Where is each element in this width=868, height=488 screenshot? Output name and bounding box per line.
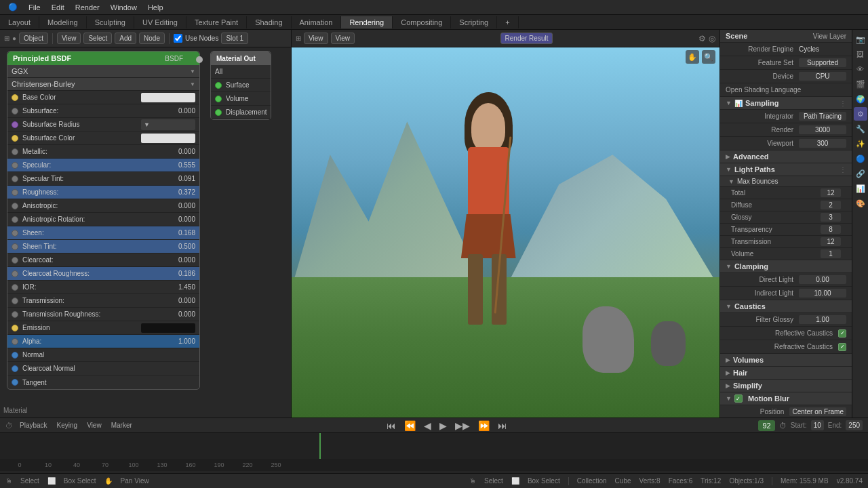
- tab-sculpting[interactable]: Sculpting: [87, 16, 134, 28]
- matout-header[interactable]: Material Out: [211, 52, 271, 65]
- position-value[interactable]: Center on Frame: [789, 407, 846, 416]
- physics-icon-btn[interactable]: 🔵: [854, 152, 867, 165]
- specular-tint-socket[interactable]: [12, 176, 18, 182]
- bounce-total-value[interactable]: 12: [821, 188, 841, 197]
- integrator-value[interactable]: Path Tracing: [799, 112, 846, 121]
- tangent-row[interactable]: Tangent: [7, 375, 199, 389]
- metallic-socket[interactable]: [12, 148, 18, 155]
- end-frame[interactable]: 250: [846, 420, 863, 430]
- specular-tint-row[interactable]: Specular Tint: 0.091: [7, 172, 199, 186]
- material-icon-btn[interactable]: 🎨: [854, 197, 867, 210]
- simplify-section[interactable]: ▶ Simplify: [720, 380, 852, 392]
- device-value[interactable]: CPU: [799, 72, 846, 81]
- subsurface-radius-row[interactable]: Subsurface Radius ▼: [7, 118, 199, 131]
- matout-all-row[interactable]: All: [211, 65, 271, 79]
- camera-icon-btn[interactable]: 📷: [854, 33, 867, 46]
- roughness-row[interactable]: Roughness: 0.372: [7, 186, 199, 199]
- ior-row[interactable]: IOR: 1.450: [7, 281, 199, 294]
- metallic-row[interactable]: Metallic: 0.000: [7, 145, 199, 159]
- zoom-tool-btn[interactable]: 🔍: [702, 50, 715, 64]
- alpha-socket[interactable]: [12, 338, 18, 345]
- render-icon-btn[interactable]: 🖼: [854, 47, 867, 61]
- render-menu[interactable]: Render: [70, 2, 105, 13]
- caustics-section[interactable]: ▼ Caustics: [720, 300, 852, 313]
- clearcoat-socket[interactable]: [12, 257, 18, 264]
- tab-layout[interactable]: Layout: [0, 16, 39, 28]
- bounce-transmission-value[interactable]: 12: [821, 237, 841, 246]
- modifier-icon-btn[interactable]: 🔧: [854, 122, 867, 136]
- render-result-tab[interactable]: Render Result: [500, 33, 553, 44]
- tab-compositing[interactable]: Compositing: [393, 16, 451, 28]
- hand-tool-btn[interactable]: ✋: [686, 50, 699, 64]
- bounce-diffuse-value[interactable]: 2: [821, 201, 841, 209]
- tab-rendering[interactable]: Rendering: [341, 16, 393, 28]
- refractive-caustics-row[interactable]: Refractive Caustics ✓: [720, 340, 852, 354]
- transmission-roughness-socket[interactable]: [12, 311, 18, 318]
- slot-selector[interactable]: Slot 1: [221, 33, 248, 44]
- tab-uv-editing[interactable]: UV Editing: [134, 16, 186, 28]
- tangent-socket[interactable]: [12, 379, 18, 386]
- anisotropic-rotation-row[interactable]: Anisotropic Rotation: 0.000: [7, 213, 199, 226]
- roughness-socket[interactable]: [12, 189, 18, 196]
- render-view2-btn[interactable]: View: [331, 33, 355, 44]
- view-timeline-btn[interactable]: View: [84, 422, 104, 429]
- specular-socket[interactable]: [12, 162, 18, 169]
- subsurface-socket[interactable]: [12, 108, 18, 115]
- particles-icon-btn[interactable]: ✨: [854, 137, 867, 150]
- next-frame-btn[interactable]: ⏩: [476, 420, 492, 431]
- constraints-icon-btn[interactable]: 🔗: [854, 167, 867, 180]
- specular-row[interactable]: Specular: 0.555: [7, 159, 199, 172]
- node-btn[interactable]: Node: [139, 33, 165, 44]
- render-samples-value[interactable]: 3000: [799, 125, 846, 134]
- sheen-row[interactable]: Sheen: 0.168: [7, 226, 199, 240]
- clearcoat-normal-row[interactable]: Clearcoat Normal: [7, 362, 199, 375]
- normal-row[interactable]: Normal: [7, 348, 199, 362]
- prev-keyframe-btn[interactable]: ◀: [422, 420, 433, 431]
- view-btn[interactable]: View: [57, 33, 81, 44]
- keying-btn[interactable]: Keying: [54, 422, 81, 429]
- base-color-socket[interactable]: [12, 94, 18, 101]
- reflective-caustics-checkbox[interactable]: ✓: [838, 329, 846, 338]
- edit-menu[interactable]: Edit: [46, 2, 70, 13]
- anisotropic-rotation-socket[interactable]: [12, 216, 18, 223]
- file-menu[interactable]: File: [23, 2, 46, 13]
- advanced-section[interactable]: ▶ Advanced: [720, 150, 852, 163]
- subsurface-row[interactable]: Subsurface: 0.000: [7, 104, 199, 118]
- clearcoat-roughness-row[interactable]: Clearcoat Roughness: 0.186: [7, 267, 199, 281]
- motion-blur-checkbox[interactable]: ✓: [734, 394, 743, 403]
- view-icon-btn[interactable]: 👁: [854, 62, 867, 76]
- alpha-row[interactable]: Alpha: 1.000: [7, 335, 199, 348]
- displacement-input-socket[interactable]: [215, 109, 222, 116]
- matout-volume-row[interactable]: Volume: [211, 92, 271, 106]
- anisotropic-socket[interactable]: [12, 203, 18, 209]
- bounce-volume-value[interactable]: 1: [821, 249, 841, 258]
- base-color-row[interactable]: Base Color: [7, 91, 199, 104]
- base-color-value[interactable]: [141, 93, 195, 102]
- open-shading-row[interactable]: Open Shading Language: [720, 83, 852, 97]
- marker-btn[interactable]: Marker: [108, 422, 135, 429]
- render-engine-value[interactable]: Cycles: [799, 45, 846, 53]
- volume-input-socket[interactable]: [215, 96, 222, 102]
- next-keyframe-btn[interactable]: ▶▶: [453, 420, 472, 431]
- normal-socket[interactable]: [12, 352, 18, 359]
- subsurface-color-value[interactable]: [141, 134, 195, 143]
- subsurface-color-row[interactable]: Subsurface Color: [7, 131, 199, 145]
- ior-socket[interactable]: [12, 284, 18, 291]
- data-icon-btn[interactable]: 📊: [854, 182, 867, 195]
- feature-set-value[interactable]: Supported: [799, 58, 846, 67]
- transmission-roughness-row[interactable]: Transmission Roughness: 0.000: [7, 308, 199, 321]
- clearcoat-row[interactable]: Clearcoat: 0.000: [7, 253, 199, 267]
- select-btn[interactable]: Select: [83, 33, 112, 44]
- add-btn[interactable]: Add: [115, 33, 136, 44]
- subsurface-radius-value[interactable]: ▼: [141, 119, 195, 130]
- current-frame-display[interactable]: 92: [758, 420, 774, 431]
- blender-menu[interactable]: 🔵: [3, 1, 23, 13]
- emission-row[interactable]: Emission: [7, 321, 199, 335]
- clearcoat-roughness-socket[interactable]: [12, 270, 18, 277]
- prev-frame-btn[interactable]: ⏪: [402, 420, 418, 431]
- object-selector[interactable]: Object: [19, 33, 48, 44]
- matout-surface-row[interactable]: Surface: [211, 79, 271, 92]
- scene-icon-btn[interactable]: 🎬: [854, 77, 867, 91]
- window-menu[interactable]: Window: [105, 2, 142, 13]
- sampling-section[interactable]: ▼ 📊 Sampling ⋮: [720, 97, 852, 110]
